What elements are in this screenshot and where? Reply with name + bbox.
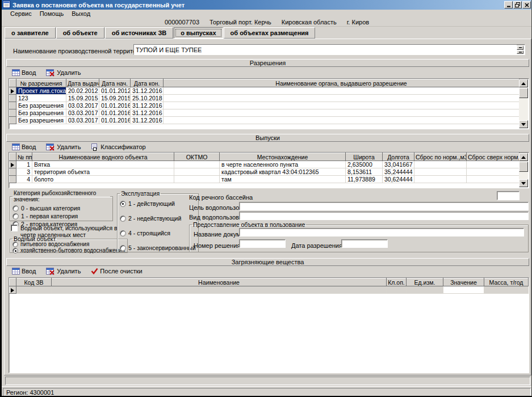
row-selector-cell[interactable] [10,102,16,109]
restore-button[interactable] [513,1,522,9]
tab[interactable]: об объекте [56,27,104,39]
title-bar[interactable]: Заявка о постановке объекта на государст… [2,0,532,10]
col-water-object-name[interactable]: Наименование водного объекта [32,153,174,161]
cell-oktmo[interactable] [174,161,220,168]
menu-item[interactable]: Помощь [36,10,68,18]
outlets-classifier-button[interactable]: Классификатор [90,143,146,151]
scroll-down-icon[interactable] [519,120,528,128]
cell-number[interactable]: Без разрешения [16,117,66,124]
row-selector-cell[interactable] [10,87,16,95]
col-mass[interactable]: Масса, т/год [484,278,529,286]
cell-discharge-over[interactable] [467,176,520,183]
row-selector-cell[interactable] [10,109,16,117]
cell-latitude[interactable]: 8,153611 [346,168,383,176]
cell-name[interactable]: болото [32,176,174,183]
col-longitude[interactable]: Долгота [383,153,414,161]
col-location[interactable]: Местонахождение [220,153,346,161]
cell-num[interactable]: 1 [16,161,32,168]
pollutants-row[interactable] [10,286,529,294]
col-name[interactable]: Наименование [52,278,387,286]
cell-oktmo[interactable] [174,168,220,176]
cell-num[interactable]: 4 [16,176,32,183]
cell-longitude[interactable]: 35,244444 [383,168,414,176]
col-end-date[interactable]: Дата кон. [131,79,164,87]
outlets-row[interactable]: 3 территория объекта кадастровый квартал… [10,168,520,176]
col-organ[interactable]: Наименование органа, выдавшего разрешени… [164,79,520,87]
outlets-row[interactable]: 4 болото там 11,973889 30,624444 [10,176,520,183]
cell-end-date[interactable]: 31.12.2016 [131,87,164,95]
water-object-option[interactable]: хозяйственно-бытового водоснабжения [12,247,125,254]
cell-issue-date[interactable]: 03.03.2017 [66,117,99,124]
spinner-up-button[interactable] [517,46,523,50]
cell-start-date[interactable]: 01.01.2012 [99,87,131,95]
cell-longitude[interactable]: 30,624444 [383,176,414,183]
col-value[interactable]: Значение [443,278,484,286]
cell-latitude[interactable]: 2,635000 [346,161,383,168]
outlets-row[interactable]: 1 Вятка в черте населенного пункта 2,635… [10,161,520,168]
cell-issue-date[interactable]: 03.03.2017 [66,102,99,109]
col-class[interactable]: Кл.оп. [387,278,407,286]
purpose-input[interactable] [239,202,529,210]
cell-longitude[interactable]: 33,041667 [383,161,414,168]
permissions-table[interactable]: № разрешения Дата выдачи Дата нач. Дата … [9,78,529,129]
cell-location[interactable]: в черте населенного пункта [220,161,346,168]
row-selector-cell[interactable] [10,161,16,168]
cell-discharge-over[interactable] [467,161,520,168]
col-code[interactable]: Код ЗВ [16,278,52,286]
row-selector-cell[interactable] [10,286,16,294]
cell-number[interactable]: Без разрешения [16,102,66,109]
col-issue-date[interactable]: Дата выдачи [66,79,99,87]
cell-number[interactable]: 123 [16,95,66,102]
permissions-row[interactable]: Без разрешения 03.03.2017 01.01.2016 31.… [10,102,520,109]
cell-number[interactable]: Без разрешения [16,109,66,117]
exploitation-option[interactable]: 5 - законсервированный [120,244,196,251]
col-oktmo[interactable]: ОКТМО [174,153,220,161]
cell-end-date[interactable]: 31.12.2016 [131,102,164,109]
cell-discharge-over[interactable] [467,168,520,176]
cell-value[interactable] [443,286,484,294]
cell-mass[interactable] [484,286,529,294]
cell-location[interactable]: кадастровый квартал 43:04:012365 [220,168,346,176]
tab[interactable]: о выпусках [174,27,223,39]
basin-code-input[interactable] [497,191,520,200]
decision-number-input[interactable] [239,239,286,248]
kind-input[interactable] [239,212,529,220]
row-selector-cell[interactable] [10,95,16,102]
cell-organ[interactable] [164,87,520,95]
exploitation-option[interactable]: 4 - строящийся [120,230,196,236]
cell-latitude[interactable]: 11,973889 [346,176,383,183]
cell-num[interactable]: 3 [16,168,32,176]
cell-number[interactable]: Проект лив.стока [16,87,66,95]
cell-start-date[interactable]: 15.09.2015 [99,95,131,102]
cell-organ[interactable] [164,109,520,117]
col-unit[interactable]: Ед.изм. [407,278,443,286]
cell-issue-date[interactable]: 20.02.2012 [66,87,99,95]
pollutants-add-button[interactable]: Ввод [11,267,37,275]
permissions-scrollbar[interactable] [519,79,528,128]
cell-issue-date[interactable]: 03.03.2017 [66,109,99,117]
scroll-thumb[interactable] [519,88,528,98]
row-selector-cell[interactable] [10,176,16,183]
tab[interactable]: об источниках ЗВ [105,27,174,39]
fishery-category-option[interactable]: 1 - первая категория [12,213,110,219]
minimize-button[interactable] [504,1,513,9]
permissions-add-button[interactable]: Ввод [11,69,37,77]
permissions-delete-button[interactable]: Удалить [45,69,82,77]
row-selector-cell[interactable] [10,117,16,124]
pollutants-delete-button[interactable]: Удалить [45,267,82,276]
col-discharge-over[interactable]: Сброс сверх норм,м3/год [467,153,520,161]
row-selector-cell[interactable] [10,168,16,176]
col-start-date[interactable]: Дата нач. [99,79,131,87]
cell-organ[interactable] [164,117,520,124]
permissions-row[interactable]: Без разрешения 03.03.2017 01.01.2016 31.… [10,109,520,117]
doc-name-input[interactable] [239,228,524,236]
outlets-add-button[interactable]: Ввод [11,143,37,151]
scroll-down-icon[interactable] [519,179,528,187]
permissions-row[interactable]: 123 15.09.2015 15.09.2015 25.10.2018 [10,95,520,102]
pollutants-table[interactable]: Код ЗВ Наименование Кл.оп. Ед.изм. Значе… [9,277,529,373]
checkbox-icon[interactable] [11,225,18,231]
permissions-row[interactable]: Без разрешения 03.03.2017 01.01.2016 31.… [10,117,520,124]
outlets-scrollbar[interactable] [519,153,528,187]
permission-date-input[interactable] [341,239,388,248]
water-object-option[interactable]: питьевого водоснабжения [12,241,125,247]
